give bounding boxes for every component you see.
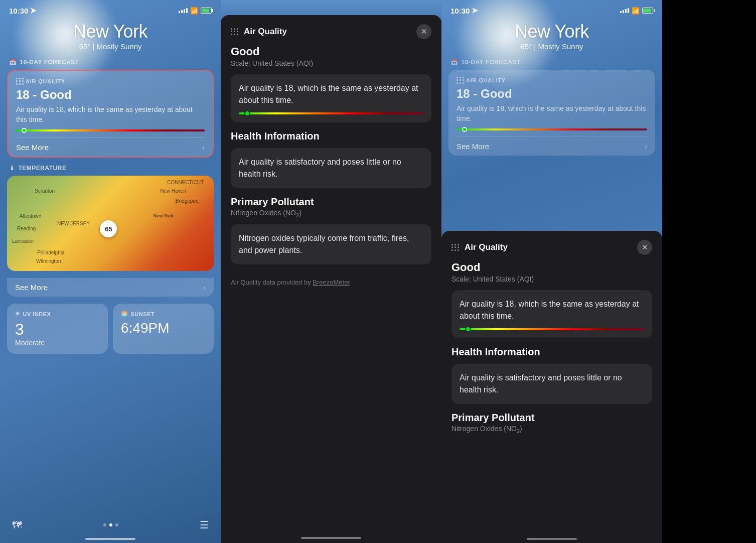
city-weather-3: 65° | Mostly Sunny [441, 42, 662, 51]
uv-value: 3 [15, 320, 100, 339]
modal-health-title-1: Health Information [231, 130, 431, 142]
modal-health-text-1: Air quality is satisfactory and poses li… [239, 156, 423, 180]
nav-dot-2 [109, 523, 112, 526]
list-icon[interactable]: ☰ [200, 519, 209, 531]
modal-aqi-indicator-3 [465, 326, 471, 332]
nav-dot-1 [103, 523, 106, 526]
map-bg-1: CONNECTICUT Scranton New Haven Bridgepor… [7, 176, 214, 271]
sunset-label: 🌅 SUNSET [121, 311, 206, 317]
modal-pollutant-title-3: Primary Pollutant [451, 412, 652, 424]
modal-health-title-3: Health Information [451, 346, 652, 358]
close-button-1[interactable]: ✕ [416, 24, 431, 39]
air-quality-title-1: 18 - Good [16, 88, 205, 102]
nav-dot-3 [115, 523, 118, 526]
map-city-badge-1: 65 [100, 220, 117, 237]
status-left-1: 10:30 ➤ [9, 6, 37, 15]
modal-title-row-3: Air Quality [451, 242, 508, 252]
city-header-3: New York 65° | Mostly Sunny [441, 17, 662, 59]
modal-header-1: Air Quality ✕ [231, 15, 431, 45]
wifi-icon-1: 📶 [190, 7, 198, 15]
modal-health-card-3: Air quality is satisfactory and poses li… [451, 364, 652, 404]
air-quality-label-1: AIR QUALITY [16, 78, 205, 85]
modal-scale-1: Scale: United States (AQI) [231, 59, 431, 67]
bottom-widgets-1: ☀ UV INDEX 3 Moderate 🌅 SUNSET 6:49PM [0, 297, 221, 354]
modal-pollutant-section-1: Primary Pollutant Nitrogen Oxides (NO2) … [231, 196, 431, 264]
modal-health-section-1: Health Information Air quality is satisf… [231, 130, 431, 188]
modal-aqi-bar-3 [460, 328, 644, 330]
modal-dots-icon [231, 28, 238, 35]
breezometer-link[interactable]: BreezoMeter [313, 279, 350, 286]
modal-sheet-1: Air Quality ✕ Good Scale: United States … [221, 15, 441, 543]
uv-widget: ☀ UV INDEX 3 Moderate [7, 304, 108, 354]
uv-label: ☀ UV INDEX [15, 311, 100, 317]
status-right-3: 📶 [620, 7, 653, 15]
chevron-icon-1: › [202, 144, 205, 152]
modal-health-text-3: Air quality is satisfactory and poses li… [460, 372, 644, 396]
nav-arrow-1: ➤ [30, 6, 37, 15]
air-quality-desc-1: Air quality is 18, which is the same as … [16, 105, 205, 124]
air-quality-desc-3: Air quality is 18, which is the same as … [457, 104, 647, 123]
see-more-text-map: See More [15, 283, 48, 292]
status-left-3: 10:30 ➤ [450, 6, 478, 15]
air-quality-title-3: 18 - Good [457, 87, 647, 101]
home-indicator-2 [301, 537, 361, 539]
status-bar-1: 10:30 ➤ 📶 [0, 0, 221, 17]
air-quality-card-3: AIR QUALITY 18 - Good Air quality is 18,… [448, 70, 655, 156]
chevron-icon-map: › [203, 284, 206, 292]
map-label-ct: CONNECTICUT [167, 180, 204, 185]
modal-pollutant-card-1: Nitrogen oxides typically come from traf… [231, 224, 431, 264]
home-indicator-1 [85, 538, 135, 540]
aqi-indicator-1 [22, 128, 27, 133]
time-3: 10:30 [450, 7, 470, 15]
see-more-row-1[interactable]: See More › [16, 138, 205, 157]
map-label-bridgeport: Bridgeport [176, 198, 199, 204]
status-right-1: 📶 [179, 7, 212, 15]
modal-good-3: Good [451, 261, 652, 274]
modal-pollutant-subtitle-1: Nitrogen Oxides (NO2) [231, 209, 431, 218]
nav-dots-1 [103, 523, 118, 526]
map-label-newyork: New York [154, 213, 174, 218]
map-label-allentown: Allentown [20, 213, 41, 219]
temp-section-label-1: 🌡 TEMPERATURE [0, 165, 221, 176]
map-icon[interactable]: 🗺 [12, 519, 22, 531]
close-button-3[interactable]: ✕ [637, 240, 652, 255]
air-quality-card-1[interactable]: AIR QUALITY 18 - Good Air quality is 18,… [7, 70, 214, 158]
map-label-philly: Philadelphia [37, 250, 65, 255]
sunset-value: 6:49PM [121, 320, 206, 336]
sunset-widget: 🌅 SUNSET 6:49PM [113, 304, 214, 354]
modal-dots-icon-3 [451, 244, 459, 251]
city-name-1: New York [0, 21, 221, 42]
map-label-wilmington: Wilmington [36, 258, 61, 264]
temp-map-1: CONNECTICUT Scranton New Haven Bridgepor… [7, 176, 214, 271]
forecast-label-1: 📅 10-DAY FORECAST [0, 59, 221, 70]
see-more-text-3: See More [457, 142, 489, 151]
signal-bars-1 [179, 8, 188, 13]
modal-info-text-3: Air quality is 18, which is the same as … [460, 298, 644, 322]
see-more-row-3[interactable]: See More › [457, 137, 647, 156]
see-more-card-map[interactable]: See More › [7, 278, 214, 297]
city-name-3: New York [441, 21, 662, 42]
dots-icon-1 [16, 78, 23, 85]
modal-aqi-indicator-1 [244, 110, 250, 116]
modal-title-row-1: Air Quality [231, 27, 287, 37]
time-1: 10:30 [9, 7, 28, 15]
forecast-label-3: 📅 10-DAY FORECAST [441, 59, 662, 70]
modal-footer-1: Air Quality data provided by BreezoMeter [231, 275, 431, 301]
modal-pollutant-title-1: Primary Pollutant [231, 196, 431, 208]
status-bar-3: 10:30 ➤ 📶 [441, 0, 662, 17]
map-label-scranton: Scranton [35, 188, 55, 194]
nav-arrow-3: ➤ [472, 6, 478, 15]
map-label-reading: Reading [17, 226, 36, 231]
modal-header-3: Air Quality ✕ [451, 231, 652, 261]
dots-icon-3 [457, 77, 464, 84]
chevron-icon-3: › [645, 143, 647, 151]
modal-aqi-bar-1 [239, 112, 423, 114]
city-header-1: New York 65° | Mostly Sunny [0, 17, 221, 59]
aqi-bar-1 [16, 129, 205, 131]
uv-sub: Moderate [15, 339, 100, 347]
panel1-weather: 10:30 ➤ 📶 New York 65° | Mostly Sunny 📅 [0, 0, 221, 543]
wifi-icon-3: 📶 [632, 7, 640, 15]
aqi-bar-3 [457, 128, 647, 130]
aqi-indicator-3 [462, 127, 467, 132]
modal-pollutant-text-1: Nitrogen oxides typically come from traf… [239, 232, 423, 256]
